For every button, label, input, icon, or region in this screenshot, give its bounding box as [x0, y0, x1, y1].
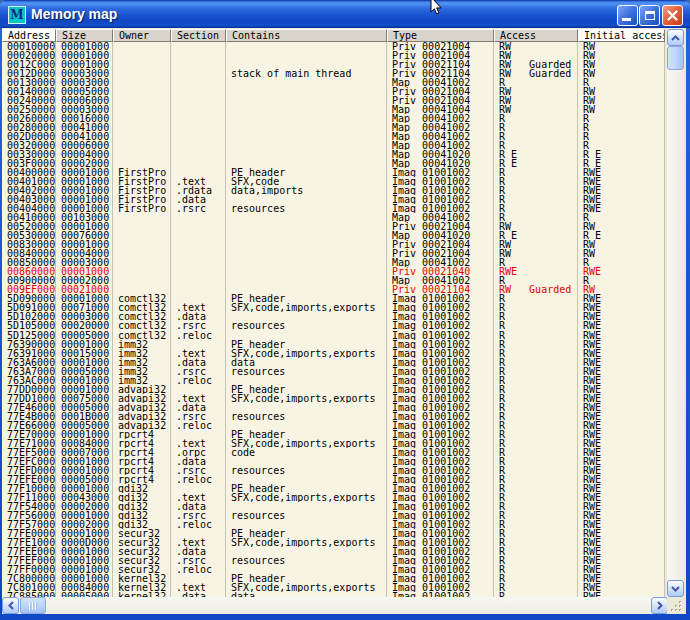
column-header-section[interactable]: Section — [171, 29, 226, 42]
resize-grip[interactable] — [667, 597, 684, 614]
table-row[interactable]: 5D09000000001000comctl32PE headerImag 01… — [2, 294, 665, 303]
table-row[interactable]: 0083000000001000Priv 00021004RWRW — [2, 240, 665, 249]
table-row[interactable]: 0032000000006000Map 00041002RR — [2, 141, 665, 150]
cell-address: 77F57000 — [2, 520, 56, 529]
table-row[interactable]: 0028000000041000Map 00041002RR — [2, 123, 665, 132]
table-row[interactable]: 77EFD00000001000rpcrt4.rsrcresourcesImag… — [2, 466, 665, 475]
table-row[interactable]: 77E7100000084000rpcrt4.textSFX,code,impo… — [2, 439, 665, 448]
cell-section: .reloc — [171, 421, 226, 430]
table-row[interactable]: 0012D00000003000stack of main threadPriv… — [2, 69, 665, 78]
maximize-button[interactable] — [639, 5, 660, 26]
table-row[interactable]: 0001000000001000Priv 00021004RWRW — [2, 42, 665, 51]
table-row[interactable]: 77EFC00000001000rpcrt4.dataImag 01001002… — [2, 457, 665, 466]
table-row[interactable]: 5D12500000005000comctl32.relocImag 01001… — [2, 331, 665, 340]
column-header-access[interactable]: Access — [494, 29, 578, 42]
table-row[interactable]: 0013000000003000Map 00041002RR — [2, 78, 665, 87]
table-row[interactable]: 763A700000005000imm32.rsrcresourcesImag … — [2, 367, 665, 376]
table-row[interactable]: 003F000000002000Map 00041020R ER E — [2, 159, 665, 168]
column-header-address[interactable]: Address — [2, 29, 56, 42]
horizontal-scrollbar[interactable] — [2, 597, 668, 614]
cell-section: .rsrc — [171, 204, 226, 213]
table-row[interactable]: 77EFE00000005000rpcrt4.relocImag 0100100… — [2, 475, 665, 484]
column-header-size[interactable]: Size — [56, 29, 113, 42]
table-row[interactable]: 0052000000001000Priv 00021004RWRW — [2, 222, 665, 231]
table-row[interactable]: 7C80100000084000kernel32.textSFX,code,im… — [2, 583, 665, 592]
table-row[interactable]: 0002000000001000Priv 00021004RWRW — [2, 51, 665, 60]
cell-size: 00001000 — [56, 466, 113, 475]
column-header-initial-access[interactable]: Initial access — [578, 29, 665, 42]
table-row[interactable]: 77FF000000001000secur32.relocImag 010010… — [2, 565, 665, 574]
scroll-left-button[interactable] — [2, 597, 19, 614]
column-header-type[interactable]: Type — [387, 29, 494, 42]
memory-table[interactable]: 0001000000001000Priv 00021004RWRW0002000… — [2, 42, 665, 597]
cell-owner — [113, 150, 171, 159]
table-row[interactable]: 5D10200000003000comctl32.dataImag 010010… — [2, 312, 665, 321]
table-row[interactable]: 77DD000000001000advapi32PE headerImag 01… — [2, 385, 665, 394]
cell-type: Imag 01001002 — [387, 484, 494, 493]
column-header-contains[interactable]: Contains — [226, 29, 387, 42]
vertical-scroll-thumb[interactable] — [667, 46, 684, 70]
cell-owner: advapi32 — [113, 394, 171, 403]
table-row[interactable]: 77F1000000001000gdi32PE headerImag 01001… — [2, 484, 665, 493]
table-row[interactable]: 009EF00000021000Priv 00021104RW GuardedR… — [2, 285, 665, 294]
table-row[interactable]: 0024000000006000Priv 00021004RWRW — [2, 96, 665, 105]
table-row[interactable]: 0041000000103000Map 00041002RR — [2, 213, 665, 222]
table-row[interactable]: 77FE000000001000secur32PE headerImag 010… — [2, 529, 665, 538]
table-row[interactable]: 7639000000001000imm32PE headerImag 01001… — [2, 340, 665, 349]
table-row[interactable]: 77E6600000005000advapi32.relocImag 01001… — [2, 421, 665, 430]
table-row[interactable]: 5D10500000020000comctl32.rsrcresourcesIm… — [2, 321, 665, 330]
table-row[interactable]: 0012C00000001000Priv 00021104RW GuardedR… — [2, 60, 665, 69]
table-row[interactable]: 0040300000001000FirstPro.dataImag 010010… — [2, 195, 665, 204]
table-row[interactable]: 0026000000016000Map 00041002RR — [2, 114, 665, 123]
horizontal-scroll-thumb[interactable] — [20, 597, 46, 614]
table-row[interactable]: 77EF500000007000rpcrt4.orpccodeImag 0100… — [2, 448, 665, 457]
table-row[interactable]: 77F5600000001000gdi32.rsrcresourcesImag … — [2, 511, 665, 520]
table-row[interactable]: 77DD100000075000advapi32.textSFX,code,im… — [2, 394, 665, 403]
table-row[interactable]: 0025000000003000Map 00041004RWRW — [2, 105, 665, 114]
table-row[interactable]: 77FE10000000D000secur32.textSFX,code,imp… — [2, 538, 665, 547]
cell-section — [171, 340, 226, 349]
cell-section: .data — [171, 358, 226, 367]
table-row[interactable]: 77F1100000043000gdi32.textSFX,code,impor… — [2, 493, 665, 502]
cell-size: 00002000 — [56, 159, 113, 168]
cell-section — [171, 231, 226, 240]
cell-section: .reloc — [171, 565, 226, 574]
scroll-right-button[interactable] — [651, 597, 668, 614]
table-row[interactable]: 0040000000001000FirstProPE headerImag 01… — [2, 168, 665, 177]
table-row[interactable]: 0090000000002000Map 00041002RR — [2, 276, 665, 285]
table-row[interactable]: 0053000000076000Map 00041020R ER E — [2, 231, 665, 240]
table-row[interactable]: 7C80000000001000kernel32PE headerImag 01… — [2, 574, 665, 583]
column-header-owner[interactable]: Owner — [113, 29, 171, 42]
cell-type: Imag 01001002 — [387, 340, 494, 349]
table-row[interactable]: 5D09100000071000comctl32.textSFX,code,im… — [2, 303, 665, 312]
cell-type: Map 00041004 — [387, 105, 494, 114]
table-row[interactable]: 0084000000004000Priv 00021004RWRW — [2, 249, 665, 258]
minimize-button[interactable] — [617, 5, 638, 26]
table-row[interactable]: 763A600000001000imm32.datadataImag 01001… — [2, 358, 665, 367]
table-row[interactable]: 77FEF00000001000secur32.rsrcresourcesIma… — [2, 556, 665, 565]
table-row[interactable]: 77F5700000002000gdi32.relocImag 01001002… — [2, 520, 665, 529]
table-row[interactable]: 0040100000001000FirstPro.textSFX,codeIma… — [2, 177, 665, 186]
table-row[interactable]: 0014000000005000Priv 00021004RWRW — [2, 87, 665, 96]
scroll-up-button[interactable] — [667, 29, 684, 46]
table-row[interactable]: 77F5400000002000gdi32.dataImag 01001002R… — [2, 502, 665, 511]
table-row[interactable]: 7639100000015000imm32.textSFX,code,impor… — [2, 349, 665, 358]
table-row[interactable]: 0040200000001000FirstPro.rdatadata,impor… — [2, 186, 665, 195]
close-button[interactable] — [662, 5, 683, 26]
table-row[interactable]: 77E4B0000001B000advapi32.rsrcresourcesIm… — [2, 412, 665, 421]
table-row[interactable]: 0086000000001000Priv 00021040RWERWE — [2, 267, 665, 276]
table-row[interactable]: 0040400000001000FirstPro.rsrcresourcesIm… — [2, 204, 665, 213]
table-row[interactable]: 77FEE00000001000secur32.dataImag 0100100… — [2, 547, 665, 556]
table-row[interactable]: 0033000000004000Map 00041020R ER E — [2, 150, 665, 159]
title-bar[interactable]: M Memory map — [0, 0, 690, 28]
vertical-scrollbar[interactable] — [667, 29, 684, 597]
scroll-down-button[interactable] — [667, 580, 684, 597]
table-row[interactable]: 763AC00000001000imm32.relocImag 01001002… — [2, 376, 665, 385]
table-row[interactable]: 0085000000003000Map 00041002RR — [2, 258, 665, 267]
cell-section: .data — [171, 195, 226, 204]
cell-contains — [226, 249, 387, 258]
table-row[interactable]: 77E4600000005000advapi32.dataImag 010010… — [2, 403, 665, 412]
cell-contains: code — [226, 448, 387, 457]
table-row[interactable]: 77E7000000001000rpcrt4PE headerImag 0100… — [2, 430, 665, 439]
table-row[interactable]: 002D000000041000Map 00041002RR — [2, 132, 665, 141]
